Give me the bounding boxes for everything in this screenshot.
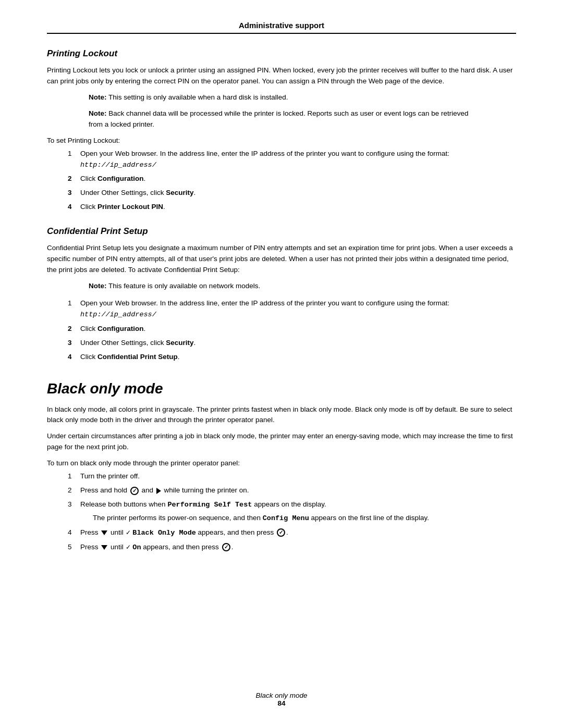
step-bom-5: Press until ✓ On appears, and then press…: [68, 542, 516, 553]
step-cp-1-url: http://ip_address/: [80, 311, 156, 318]
black-only-intro2: Under certain circumstances after printi…: [47, 431, 516, 453]
step-bom-2-text: Press and hold ✓ and while turning the p…: [80, 486, 249, 494]
confidential-print-intro: Confidential Print Setup lets you design…: [47, 243, 516, 276]
step-pl-3: Under Other Settings, click Security.: [68, 188, 516, 199]
header-rule: [47, 33, 516, 34]
step-cp-2-bold: Configuration: [97, 325, 143, 332]
step-pl-2-bold: Configuration: [97, 175, 143, 182]
step-bom-4-text: Press until ✓ Black Only Mode appears, a…: [80, 528, 288, 536]
page-header: Administrative support: [47, 21, 516, 34]
step-pl-2-text: Click Configuration.: [80, 175, 145, 182]
step-pl-4-bold: Printer Lockout PIN: [97, 203, 163, 211]
to-set-printing-lockout: To set Printing Lockout:: [47, 137, 516, 144]
step-bom-1-text: Turn the printer off.: [80, 472, 140, 480]
printing-lockout-section: Printing Lockout Printing Lockout lets y…: [47, 48, 516, 213]
conf-note1-text: This feature is only available on networ…: [108, 282, 260, 290]
circle-check-icon-1: ✓: [130, 487, 139, 495]
step-bom-3-sub: The printer performs its power-on sequen…: [93, 513, 516, 524]
black-only-mode-title: Black only mode: [47, 380, 516, 397]
step-cp-1-text: Open your Web browser. In the address li…: [80, 299, 449, 318]
printing-lockout-note2: Note: Back channel data will be processe…: [89, 108, 474, 130]
black-only-steps: Turn the printer off. Press and hold ✓ a…: [68, 471, 516, 553]
page-footer: Black only mode 84: [0, 691, 563, 707]
step-cp-1: Open your Web browser. In the address li…: [68, 298, 516, 320]
footer-text: Black only mode: [255, 692, 307, 699]
note1-label: Note:: [89, 93, 107, 101]
step-cp-3-bold: Security: [166, 339, 193, 347]
printing-lockout-intro: Printing Lockout lets you lock or unlock…: [47, 65, 516, 87]
confidential-print-note1: Note: This feature is only available on …: [89, 281, 474, 292]
step-bom-4: Press until ✓ Black Only Mode appears, a…: [68, 527, 516, 539]
step-cp-2-text: Click Configuration.: [80, 325, 145, 332]
down-arrow-icon-2: [101, 545, 107, 550]
confidential-print-section: Confidential Print Setup Confidential Pr…: [47, 226, 516, 362]
printing-lockout-title: Printing Lockout: [47, 48, 516, 59]
step-pl-3-text: Under Other Settings, click Security.: [80, 189, 195, 196]
page-header-title: Administrative support: [47, 21, 516, 30]
circle-check-icon-2: ✓: [277, 528, 285, 537]
footer-page-num: 84: [0, 699, 563, 707]
step-bom-2: Press and hold ✓ and while turning the p…: [68, 485, 516, 496]
black-only-mode-section: Black only mode In black only mode, all …: [47, 380, 516, 553]
step-cp-3: Under Other Settings, click Security.: [68, 338, 516, 349]
printing-lockout-note1: Note: This setting is only available whe…: [89, 92, 474, 103]
step-pl-2: Click Configuration.: [68, 174, 516, 184]
right-arrow-icon-1: [156, 488, 161, 494]
note1-text: This setting is only available when a ha…: [108, 93, 288, 101]
step-bom-3-text: Release both buttons when Performing Sel…: [80, 500, 326, 508]
step-bom-1: Turn the printer off.: [68, 471, 516, 482]
step-pl-4: Click Printer Lockout PIN.: [68, 202, 516, 213]
confidential-print-title: Confidential Print Setup: [47, 226, 516, 237]
black-only-intro1: In black only mode, all colors print in …: [47, 404, 516, 426]
step-cp-4-bold: Confidential Print Setup: [97, 353, 178, 361]
config-menu-text: Config Menu: [263, 514, 309, 522]
step-pl-1-text: Open your Web browser. In the address li…: [80, 150, 449, 168]
circle-check-icon-3: ✓: [222, 543, 230, 551]
step-cp-2: Click Configuration.: [68, 324, 516, 335]
step-bom-5-text: Press until ✓ On appears, and then press…: [80, 543, 233, 551]
confidential-print-steps: Open your Web browser. In the address li…: [68, 298, 516, 363]
step-pl-3-bold: Security: [166, 189, 193, 196]
performing-self-test-text: Performing Self Test: [167, 501, 252, 509]
note2-text: Back channel data will be processed whil…: [89, 109, 469, 128]
step-pl-1: Open your Web browser. In the address li…: [68, 149, 516, 171]
step-cp-4: Click Confidential Print Setup.: [68, 352, 516, 363]
note2-label: Note:: [89, 109, 107, 117]
step-cp-3-text: Under Other Settings, click Security.: [80, 339, 195, 347]
page: Administrative support Printing Lockout …: [0, 0, 563, 728]
to-turn-on-label: To turn on black only mode through the p…: [47, 459, 516, 467]
step-bom-3: Release both buttons when Performing Sel…: [68, 499, 516, 524]
on-text: On: [132, 544, 141, 551]
step-pl-1-url: http://ip_address/: [80, 161, 156, 169]
step-cp-4-text: Click Confidential Print Setup.: [80, 353, 180, 361]
printing-lockout-steps: Open your Web browser. In the address li…: [68, 149, 516, 213]
conf-note1-label: Note:: [89, 282, 107, 290]
down-arrow-icon-1: [101, 530, 107, 535]
step-pl-4-text: Click Printer Lockout PIN.: [80, 203, 165, 211]
black-only-mode-text: Black Only Mode: [132, 529, 196, 537]
